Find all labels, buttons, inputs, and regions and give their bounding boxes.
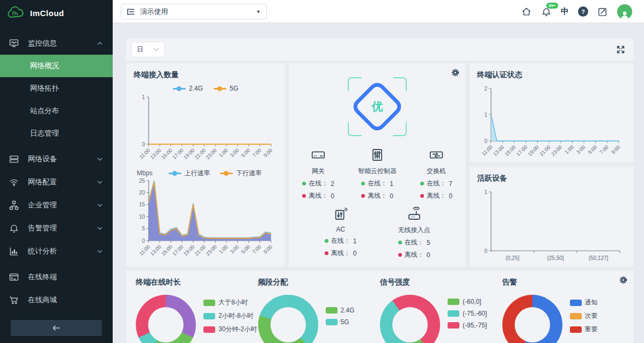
dashboard-page: ImCloud 监控信息 网络概况 网络拓扑 站点分布	[0, 0, 644, 343]
svg-text:(25,50]: (25,50]	[547, 255, 564, 261]
device-status-row-2: AC 在线：1 离线：0 无线接入点 在线：5 离线：0	[289, 206, 466, 259]
legend-item[interactable]: 5G	[326, 318, 355, 326]
svg-text:1:00: 1:00	[564, 144, 575, 155]
svg-text:(50,127]: (50,127]	[589, 255, 609, 261]
wireless-ap-icon	[406, 206, 422, 222]
svg-text:9:00: 9:00	[610, 144, 621, 155]
alarm-donut	[502, 295, 562, 343]
legend-item[interactable]: 次要	[570, 311, 598, 320]
gear-icon[interactable]	[619, 275, 628, 285]
gear-icon[interactable]	[451, 68, 460, 77]
legend-item-24g[interactable]: 2.4G	[173, 85, 203, 92]
home-icon[interactable]	[521, 6, 532, 17]
sidebar-item-enterprise-management[interactable]: 企业管理	[0, 193, 113, 217]
sidebar-item-network-topology[interactable]: 网络拓扑	[0, 77, 113, 100]
legend-item[interactable]: (-60,0]	[448, 298, 487, 305]
legend-item[interactable]: 2小时-8小时	[203, 311, 257, 320]
legend-item-downlink[interactable]: 下行速率	[220, 169, 262, 178]
submenu-label: 日志管理	[30, 129, 59, 138]
chart-title: 终端在线时长	[136, 278, 258, 287]
svg-text:0: 0	[142, 141, 145, 147]
legend-item[interactable]: (-95,-75]	[448, 322, 487, 329]
sidebar-item-alarm-management[interactable]: 告警管理	[0, 217, 113, 240]
legend-item[interactable]: (-75,-60]	[448, 310, 487, 317]
user-avatar[interactable]	[617, 4, 632, 19]
donut-legend: 通知 次要 重要	[570, 298, 598, 343]
chart-title: 终端接入数量	[134, 70, 277, 80]
sidebar-item-online-store[interactable]: 在线商城	[0, 288, 113, 311]
sidebar-item-label: 网络配置	[28, 177, 57, 187]
sidebar-item-network-config[interactable]: 网络配置	[0, 170, 113, 193]
svg-text:3:00: 3:00	[229, 244, 240, 255]
fullscreen-icon[interactable]	[616, 45, 625, 54]
feedback-edit-icon[interactable]	[597, 6, 608, 17]
svg-text:7:00: 7:00	[251, 147, 262, 159]
auth-status-chart: 01211:0013:0015:0017:0019:0021:0023:001:…	[477, 83, 626, 162]
svg-text:5:00: 5:00	[587, 144, 598, 155]
svg-text:5: 5	[142, 226, 145, 232]
scene-selector-dropdown[interactable]: 演示使用 ▼	[121, 4, 267, 19]
network-health-card: 优 网关 在线：2 离线：0 智能云控制器 在线：1 离	[289, 63, 466, 267]
svg-text:23:00: 23:00	[550, 144, 564, 158]
topbar: 演示使用 ▼ 99+ 中 ?	[113, 0, 644, 23]
sidebar-item-statistics[interactable]: 统计分析	[0, 240, 113, 263]
sidebar-item-network-devices[interactable]: 网络设备	[0, 147, 113, 170]
chart-title: 信号强度	[380, 278, 502, 287]
sidebar-submenu: 网络概况 网络拓扑 站点分布 日志管理	[0, 55, 113, 145]
sidebar-collapse-button[interactable]	[11, 320, 102, 336]
sidebar-item-monitor-info[interactable]: 监控信息	[0, 32, 113, 55]
svg-text:1:00: 1:00	[218, 244, 229, 255]
legend-item-5g[interactable]: 5G	[214, 85, 238, 92]
svg-text:1: 1	[484, 189, 487, 195]
donut-legend: 大于8小时 2小时-8小时 30分钟-2小时	[203, 298, 257, 343]
band-allocation-donut	[258, 295, 318, 343]
online-count: 在线：1	[361, 179, 393, 188]
sidebar-item-network-overview[interactable]: 网络概况	[0, 55, 113, 77]
svg-text:1: 1	[142, 94, 145, 100]
health-grade-indicator: 优	[346, 75, 409, 138]
rate-legend-row: Mbps 上行速率 下行速率	[134, 169, 277, 177]
legend-item[interactable]: 通知	[570, 298, 598, 307]
legend-item[interactable]: 大于8小时	[203, 298, 257, 307]
auth-status-card: 终端认证状态 01211:0013:0015:0017:0019:0021:00…	[470, 63, 634, 162]
notifications-bell[interactable]: 99+	[541, 6, 552, 17]
donut-legend: 2.4G 5G	[326, 307, 355, 343]
main-content: 日 终端接入数量 2.4G 5G 0111:0013:0015:0017:001…	[113, 23, 644, 343]
monitor-icon	[9, 38, 19, 49]
sidebar-item-log-management[interactable]: 日志管理	[0, 122, 113, 145]
legend-item[interactable]: 2.4G	[326, 307, 355, 314]
submenu-label: 网络概况	[30, 61, 59, 71]
shopping-cart-icon	[9, 295, 19, 305]
svg-text:11:00: 11:00	[138, 147, 151, 160]
svg-text:13:00: 13:00	[149, 147, 163, 161]
device-name: 网关	[312, 167, 325, 176]
terminal-access-chart: 0111:0013:0015:0017:0019:0021:0023:001:0…	[134, 93, 277, 165]
chart-title: 活跃设备	[477, 174, 626, 183]
band-allocation-section: 频段分配 2.4G 5G	[258, 278, 380, 343]
svg-text:23:00: 23:00	[204, 147, 218, 161]
donut-row: 终端在线时长 大于8小时 2小时-8小时 30分钟-2小时 频段分配	[136, 278, 624, 343]
device-switch: 交换机 在线：7 离线：0	[407, 147, 466, 200]
chevron-up-icon	[97, 40, 103, 47]
sidebar-item-site-distribution[interactable]: 站点分布	[0, 100, 113, 122]
legend-item[interactable]: 重要	[570, 325, 598, 334]
svg-text:15:00: 15:00	[160, 244, 173, 257]
sidebar-item-online-terminals[interactable]: 在线终端	[0, 265, 113, 288]
language-toggle[interactable]: 中	[561, 6, 569, 17]
sidebar-item-label: 企业管理	[28, 200, 57, 210]
period-select[interactable]: 日	[131, 42, 165, 57]
device-ac: AC 在线：1 离线：0	[304, 206, 377, 259]
gateway-icon	[310, 147, 326, 163]
chart-legend: 2.4G 5G	[134, 84, 277, 93]
legend-item-uplink[interactable]: 上行速率	[169, 169, 210, 178]
svg-text:17:00: 17:00	[515, 144, 529, 158]
terminal-access-card: 终端接入数量 2.4G 5G 0111:0013:0015:0017:0019:…	[126, 63, 285, 267]
svg-text:25: 25	[139, 178, 145, 184]
svg-text:11:00: 11:00	[480, 144, 493, 157]
legend-item[interactable]: 30分钟-2小时	[203, 325, 257, 334]
help-button[interactable]: ?	[578, 6, 588, 17]
arrow-left-icon	[52, 325, 61, 331]
list-icon	[127, 8, 135, 16]
offline-count: 离线：0	[420, 191, 452, 200]
sidebar-item-label: 统计分析	[28, 247, 57, 256]
